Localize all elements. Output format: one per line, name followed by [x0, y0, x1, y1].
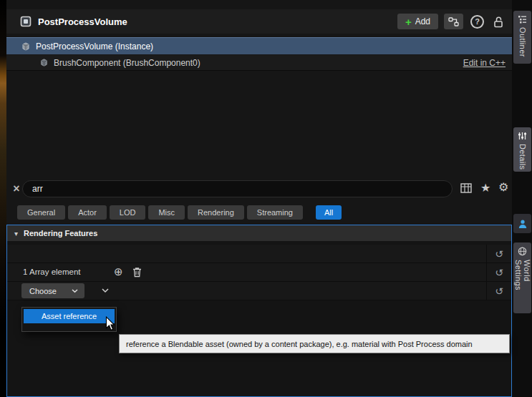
brush-component-icon	[39, 58, 49, 67]
choose-dropdown-menu: Asset reference	[21, 307, 117, 332]
volume-icon	[21, 41, 31, 52]
gear-glyph: ⚙	[498, 181, 508, 193]
filter-misc[interactable]: Misc	[148, 205, 185, 220]
tooltip: reference a Blendable asset (owned by a …	[119, 334, 510, 353]
unreal-editor-details-window: PostProcessVolume + Add ?	[0, 0, 532, 397]
chevron-down-icon	[102, 288, 109, 293]
favorites-star-icon[interactable]: ★	[480, 181, 490, 195]
tab-label: Details	[518, 144, 527, 170]
star-glyph: ★	[480, 182, 490, 194]
asset-combo-chevron[interactable]	[96, 283, 115, 298]
grid-glyph	[460, 183, 472, 193]
filter-streaming[interactable]: Streaming	[247, 205, 303, 220]
clear-search-icon[interactable]: ×	[10, 182, 23, 195]
category-header-rendering-features[interactable]: ▾ Rendering Features	[7, 225, 511, 241]
tree-row-postprocessvolume[interactable]: PostProcessVolume (Instance)	[6, 37, 512, 54]
tree-row-label: PostProcessVolume (Instance)	[36, 41, 153, 52]
tab-label: Outliner	[518, 27, 527, 57]
plus-icon: +	[405, 16, 412, 27]
row-action-cell: ↺	[486, 282, 511, 300]
trash-glyph	[132, 267, 142, 278]
settings-gear-icon[interactable]: ⚙	[498, 180, 508, 194]
choose-label: Choose	[29, 287, 57, 295]
edit-in-cpp-link[interactable]: Edit in C++	[463, 58, 506, 68]
choose-dropdown-button[interactable]: Choose	[21, 283, 84, 298]
filter-all[interactable]: All	[316, 205, 342, 220]
tree-row-brushcomponent[interactable]: BrushComponent (BrushComponent0) Edit in…	[6, 55, 512, 71]
reset-to-default-icon[interactable]: ↺	[495, 286, 503, 296]
tab-outliner[interactable]: Outliner	[513, 11, 531, 64]
delete-array-icon[interactable]	[132, 267, 142, 280]
menu-item-asset-reference[interactable]: Asset reference	[24, 309, 115, 323]
tree-row-label: BrushComponent (BrushComponent0)	[54, 58, 200, 68]
help-icon[interactable]: ?	[470, 15, 484, 29]
search-input[interactable]	[22, 180, 453, 197]
property-row-blendables: ↺	[7, 245, 511, 263]
column-grid-icon[interactable]	[460, 183, 472, 196]
expander-arrow-icon: ▾	[14, 230, 18, 237]
blueprint-graph-icon	[448, 17, 459, 26]
tab-world-settings[interactable]: World Settings	[513, 242, 531, 313]
row-action-cell: ↺	[486, 263, 511, 281]
filter-actor[interactable]: Actor	[68, 205, 107, 220]
details-sliders-icon	[518, 132, 527, 140]
tab-label: World Settings	[514, 260, 531, 313]
array-element-label: 1 Array element	[23, 268, 81, 276]
add-button[interactable]: + Add	[397, 14, 438, 29]
person-icon	[518, 219, 528, 229]
tab-actor-details[interactable]	[513, 214, 531, 233]
category-title: Rendering Features	[24, 229, 97, 237]
add-button-label: Add	[415, 16, 430, 26]
add-array-element-icon[interactable]: ⊕	[114, 266, 123, 277]
filter-lod[interactable]: LOD	[110, 205, 146, 220]
property-row-choose: Choose ↺	[7, 282, 511, 300]
side-tab-strip: Outliner Details World Settings	[512, 0, 532, 397]
unlock-icon[interactable]	[491, 14, 506, 29]
chevron-down-icon	[72, 289, 78, 293]
unlock-glyph	[493, 16, 504, 28]
reset-to-default-icon[interactable]: ↺	[495, 249, 503, 259]
postprocessvolume-icon	[20, 16, 32, 27]
property-row-array: 1 Array element ⊕ ↺	[7, 263, 511, 282]
filter-rendering[interactable]: Rendering	[188, 205, 244, 220]
mouse-cursor	[105, 316, 115, 331]
panel-title: PostProcessVolume	[38, 16, 127, 27]
reset-to-default-icon[interactable]: ↺	[495, 268, 503, 278]
viewport-sliver	[0, 0, 6, 397]
filter-bar: General Actor LOD Misc Rendering Streami…	[17, 205, 342, 220]
details-header: PostProcessVolume + Add ?	[6, 9, 512, 34]
globe-icon	[518, 247, 527, 256]
blueprint-graph-button[interactable]	[444, 14, 463, 29]
outliner-icon	[518, 15, 527, 24]
tab-details[interactable]: Details	[513, 127, 531, 172]
row-action-cell: ↺	[486, 245, 511, 263]
clear-glyph: ×	[13, 182, 19, 195]
filter-general[interactable]: General	[17, 205, 65, 220]
help-glyph: ?	[475, 17, 480, 26]
menu-padding	[24, 323, 115, 330]
